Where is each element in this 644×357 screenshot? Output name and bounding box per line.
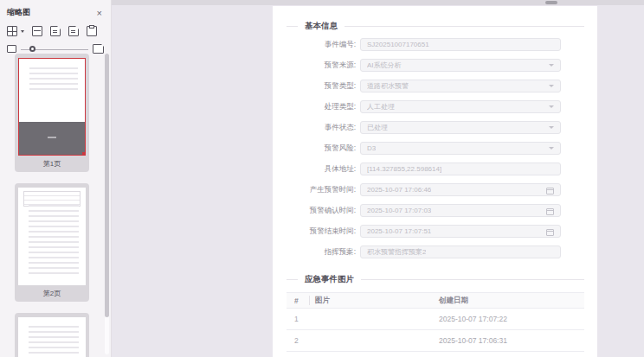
view-mode-icon[interactable] xyxy=(7,26,17,36)
field-value: 2025-10-07 17:07:03 xyxy=(367,207,431,214)
field-label: 具体地址: xyxy=(287,164,356,175)
field-value: D3 xyxy=(367,144,376,152)
address-input[interactable]: [114.327855,22.598614] xyxy=(360,163,561,175)
field-label: 预警来源: xyxy=(287,61,356,71)
screen: 缩略图 × xyxy=(0,0,644,357)
row-index: 2 xyxy=(287,336,309,345)
chevron-down-icon[interactable] xyxy=(21,30,24,33)
clipboard-icon[interactable] xyxy=(87,26,97,36)
thumbnail-list: 第1页 第2页 xyxy=(0,52,104,357)
thumbnail-dash xyxy=(48,137,56,138)
form-row: 预警类型: 道路积水预警 xyxy=(287,80,584,92)
single-page-icon[interactable] xyxy=(32,26,42,36)
form-row: 预警确认时间: 2025-10-07 17:07:03 xyxy=(287,204,584,217)
divider-line xyxy=(287,26,298,27)
thumbnail-panel: 缩略图 × xyxy=(0,0,112,357)
field-label: 事件编号: xyxy=(287,40,356,50)
thumbnail-page-2[interactable]: 第2页 xyxy=(15,183,89,302)
field-label: 预警结束时间: xyxy=(287,226,356,237)
images-section-title: 应急事件图片 xyxy=(298,274,361,285)
field-label: 处理类型: xyxy=(287,102,356,112)
top-strip xyxy=(111,0,644,5)
thumbnail-content-lines xyxy=(29,201,79,276)
thumbnail-page-2-label: 第2页 xyxy=(18,285,86,300)
section-divider: 基本信息 xyxy=(287,21,584,32)
alert-risk-select[interactable]: D3 xyxy=(360,142,561,155)
field-label: 预警风险: xyxy=(287,143,356,154)
col-header-index: # xyxy=(287,296,309,305)
slider-knob[interactable] xyxy=(29,46,35,52)
chevron-down-icon xyxy=(549,64,554,67)
form-row: 预警来源: AI系统分析 xyxy=(287,59,584,72)
sidebar-scrollbar-thumb[interactable] xyxy=(105,54,109,317)
divider-line xyxy=(287,279,298,280)
thumbnail-panel-header: 缩略图 × xyxy=(0,0,111,20)
end-time-input[interactable]: 2025-10-07 17:07:51 xyxy=(360,225,561,238)
event-id-input[interactable]: SJ20251007170651 xyxy=(360,38,561,51)
row-index: 1 xyxy=(287,315,309,323)
selection-handle[interactable] xyxy=(82,152,86,156)
thumbnail-page-3-preview[interactable] xyxy=(18,317,86,357)
event-status-select[interactable]: 已处理 xyxy=(360,121,561,134)
field-label: 预警类型: xyxy=(287,81,356,92)
field-value: SJ20251007170651 xyxy=(367,41,429,48)
form-row: 具体地址: [114.327855,22.598614] xyxy=(287,163,584,175)
thumbnail-toolbar xyxy=(0,20,111,39)
thumbnail-panel-title: 缩略图 xyxy=(7,7,30,18)
calendar-icon xyxy=(546,208,554,215)
field-value: 道路积水预警 xyxy=(367,81,409,91)
form-row: 事件状态: 已处理 xyxy=(287,121,584,134)
form-row: 指挥预案: 积水预警指挥预案2 xyxy=(287,245,584,258)
command-plan-input[interactable]: 积水预警指挥预案2 xyxy=(360,245,561,258)
chevron-down-icon xyxy=(549,85,554,87)
table-header-row: # 图片 创建日期 xyxy=(287,292,584,309)
divider-line xyxy=(345,26,584,27)
alert-type-select[interactable]: 道路积水预警 xyxy=(360,80,561,92)
row-created-date: 2025-10-07 17:06:31 xyxy=(439,336,584,345)
field-label: 事件状态: xyxy=(287,123,356,133)
calendar-icon xyxy=(546,229,554,236)
table-row: 1 2025-10-07 17:07:22 xyxy=(287,309,584,330)
horizontal-scrollbar-thumb[interactable] xyxy=(545,1,557,4)
copy-page-icon[interactable] xyxy=(50,26,61,36)
chevron-down-icon xyxy=(549,126,554,129)
section-divider: 应急事件图片 xyxy=(287,274,584,285)
thumbnail-dark-section xyxy=(19,122,85,155)
content-panel: 基本信息 事件编号: SJ20251007170651 预警来源: AI系统分析… xyxy=(273,6,597,357)
thumbnail-content-lines xyxy=(29,64,78,93)
thumbnail-page-1-label: 第1页 xyxy=(18,156,86,170)
chevron-down-icon xyxy=(549,147,554,150)
confirm-time-input[interactable]: 2025-10-07 17:07:03 xyxy=(360,204,561,217)
field-value: [114.327855,22.598614] xyxy=(367,165,441,173)
basic-info-title: 基本信息 xyxy=(298,21,345,32)
thumbnail-page-3[interactable] xyxy=(15,313,89,357)
thumbnail-page-1[interactable]: 第1页 xyxy=(15,54,89,172)
handle-type-select[interactable]: 人工处理 xyxy=(360,100,561,113)
field-value: AI系统分析 xyxy=(367,61,402,70)
divider-line xyxy=(361,279,584,280)
close-icon[interactable]: × xyxy=(97,9,102,17)
alert-time-input[interactable]: 2025-10-07 17:06:46 xyxy=(360,183,561,196)
field-value: 2025-10-07 17:07:51 xyxy=(367,227,431,235)
emergency-images-table: # 图片 创建日期 1 2025-10-07 17:07:22 2 2025-1… xyxy=(287,292,584,352)
table-row: 2 2025-10-07 17:06:31 xyxy=(287,330,584,352)
form-row: 处理类型: 人工处理 xyxy=(287,100,584,113)
thumbnail-content-lines xyxy=(29,322,79,357)
field-value: 积水预警指挥预案2 xyxy=(367,247,426,257)
field-label: 指挥预案: xyxy=(287,247,356,258)
col-header-created: 创建日期 xyxy=(439,296,584,306)
form-row: 事件编号: SJ20251007170651 xyxy=(287,38,584,51)
form-row: 预警结束时间: 2025-10-07 17:07:51 xyxy=(287,225,584,238)
field-label: 预警确认时间: xyxy=(287,206,356,216)
insert-page-icon[interactable] xyxy=(68,26,79,36)
field-value: 人工处理 xyxy=(367,102,395,112)
sidebar-scrollbar[interactable] xyxy=(105,54,109,354)
thumbnail-page-2-preview[interactable] xyxy=(18,188,86,285)
field-value: 2025-10-07 17:06:46 xyxy=(367,186,431,194)
basic-info-form: 事件编号: SJ20251007170651 预警来源: AI系统分析 预警类型… xyxy=(287,38,584,258)
alert-source-select[interactable]: AI系统分析 xyxy=(360,59,561,72)
form-row: 产生预警时间: 2025-10-07 17:06:46 xyxy=(287,183,584,196)
calendar-icon xyxy=(546,188,554,194)
form-row: 预警风险: D3 xyxy=(287,142,584,155)
thumbnail-page-1-preview[interactable] xyxy=(18,58,86,156)
